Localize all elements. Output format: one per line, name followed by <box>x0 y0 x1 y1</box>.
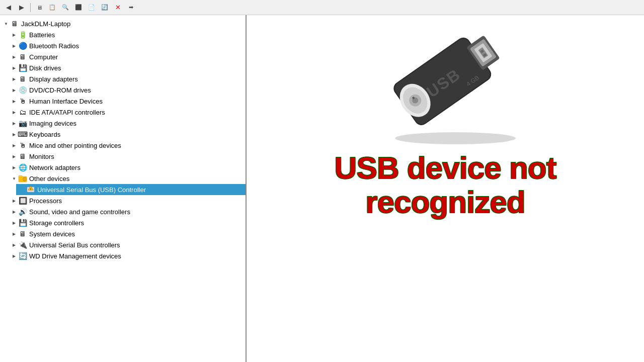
bluetooth-expand-btn[interactable] <box>10 42 18 50</box>
monitors-icon: 🖥 <box>18 152 27 161</box>
disk-expand-btn[interactable] <box>10 64 18 72</box>
monitors-label: Monitors <box>29 153 54 160</box>
tree-item-other[interactable]: ? Other devices <box>8 173 246 184</box>
tree-item-hid[interactable]: 🖱 Human Interface Devices <box>8 96 246 107</box>
storage-label: Storage controllers <box>29 219 84 227</box>
tree-root-item[interactable]: 🖥 JackDLM-Laptop <box>0 18 246 29</box>
tree-item-dvd[interactable]: 💿 DVD/CD-ROM drives <box>8 84 246 96</box>
toolbar-back-btn[interactable]: ◀ <box>3 2 14 13</box>
toolbar-btn-delete[interactable]: ✕ <box>112 2 123 13</box>
toolbar-btn-5[interactable]: 📄 <box>86 2 97 13</box>
dvd-label: DVD/CD-ROM drives <box>29 86 91 94</box>
sound-label: Sound, video and game controllers <box>29 208 130 216</box>
tree-item-storage[interactable]: 💾 Storage controllers <box>8 217 246 228</box>
toolbar-btn-4[interactable]: ⬛ <box>73 2 84 13</box>
processors-label: Processors <box>29 197 62 205</box>
tree-item-bluetooth[interactable]: 🔵 Bluetooth Radios <box>8 40 246 51</box>
mice-icon: 🖱 <box>18 141 27 150</box>
hid-icon: 🖱 <box>18 97 27 106</box>
ide-icon: 🗂 <box>18 108 27 117</box>
disk-icon: 💾 <box>18 63 27 72</box>
ide-label: IDE ATA/ATAPI controllers <box>29 109 105 116</box>
dvd-expand-btn[interactable] <box>10 86 18 94</box>
computer-label: Computer <box>29 53 58 61</box>
tree-item-computer[interactable]: 🖥 Computer <box>8 51 246 62</box>
error-message: USB device not recognized <box>335 151 556 219</box>
tree-item-imaging[interactable]: 📷 Imaging devices <box>8 118 246 129</box>
svg-point-7 <box>395 132 516 144</box>
tree-item-sound[interactable]: 🔊 Sound, video and game controllers <box>8 206 246 217</box>
tree-item-usb-ctrl[interactable]: ! Universal Serial Bus (USB) Controller <box>16 184 246 195</box>
error-line1: USB device not <box>335 151 556 185</box>
toolbar-btn-refresh[interactable]: 🔄 <box>99 2 110 13</box>
usb-image-area: USB 4 GB <box>252 25 639 146</box>
toolbar-sep-1 <box>30 3 31 12</box>
toolbar-btn-help[interactable]: ➡ <box>125 2 136 13</box>
dvd-icon: 💿 <box>18 85 27 95</box>
tree-item-display[interactable]: 🖥 Display adapters <box>8 73 246 84</box>
usb-expand-btn[interactable] <box>10 241 18 249</box>
tree-item-disk[interactable]: 💾 Disk drives <box>8 62 246 73</box>
bluetooth-icon: 🔵 <box>18 41 27 50</box>
toolbar-btn-2[interactable]: 📋 <box>47 2 58 13</box>
root-expand-btn[interactable] <box>2 20 10 28</box>
hid-label: Human Interface Devices <box>29 98 103 105</box>
sound-expand-btn[interactable] <box>10 208 18 216</box>
keyboards-expand-btn[interactable] <box>10 130 18 138</box>
usb-icon: 🔌 <box>18 240 27 249</box>
processors-icon: 🔲 <box>18 196 27 205</box>
sound-icon: 🔊 <box>18 207 27 216</box>
system-expand-btn[interactable] <box>10 230 18 238</box>
imaging-expand-btn[interactable] <box>10 119 18 127</box>
tree-item-keyboards[interactable]: ⌨ Keyboards <box>8 129 246 140</box>
usb-ctrl-label: Universal Serial Bus (USB) Controller <box>37 186 146 194</box>
network-expand-btn[interactable] <box>10 163 18 171</box>
processors-expand-btn[interactable] <box>10 197 18 205</box>
tree-item-batteries[interactable]: 🔋 Batteries <box>8 29 246 40</box>
tree-item-ide[interactable]: 🗂 IDE ATA/ATAPI controllers <box>8 107 246 118</box>
device-tree: 🖥 JackDLM-Laptop 🔋 Batteries 🔵 Bluetooth… <box>0 17 246 262</box>
keyboards-label: Keyboards <box>29 131 60 138</box>
toolbar-btn-3[interactable]: 🔍 <box>60 2 71 13</box>
keyboards-icon: ⌨ <box>18 130 27 139</box>
toolbar-btn-1[interactable]: 🖥 <box>34 2 45 13</box>
other-expand-btn[interactable] <box>10 174 18 183</box>
other-folder-icon: ? <box>18 174 27 183</box>
svg-text:!: ! <box>30 188 31 191</box>
toolbar-forward-btn[interactable]: ▶ <box>16 2 27 13</box>
hid-expand-btn[interactable] <box>10 97 18 105</box>
storage-icon: 💾 <box>18 218 27 227</box>
system-label: System devices <box>29 230 75 238</box>
other-label: Other devices <box>29 175 69 183</box>
ide-expand-btn[interactable] <box>10 108 18 116</box>
tree-item-mice[interactable]: 🖱 Mice and other pointing devices <box>8 140 246 151</box>
tree-item-system[interactable]: 🖥 System devices <box>8 228 246 239</box>
usb-ctrl-icon-wrap: ! <box>26 185 35 194</box>
display-expand-btn[interactable] <box>10 75 18 83</box>
imaging-label: Imaging devices <box>29 120 76 127</box>
tree-item-network[interactable]: 🌐 Network adapters <box>8 162 246 173</box>
batteries-icon: 🔋 <box>18 30 27 39</box>
tree-item-usb[interactable]: 🔌 Universal Serial Bus controllers <box>8 239 246 250</box>
error-line2: recognized <box>335 185 556 219</box>
toolbar: ◀ ▶ 🖥 📋 🔍 ⬛ 📄 🔄 ✕ ➡ <box>0 0 644 15</box>
imaging-icon: 📷 <box>18 119 27 128</box>
disk-label: Disk drives <box>29 64 61 72</box>
tree-item-monitors[interactable]: 🖥 Monitors <box>8 151 246 162</box>
right-panel: USB 4 GB <box>247 15 644 362</box>
bluetooth-label: Bluetooth Radios <box>29 42 79 50</box>
storage-expand-btn[interactable] <box>10 219 18 227</box>
computer-expand-btn[interactable] <box>10 53 18 61</box>
mice-label: Mice and other pointing devices <box>29 142 121 149</box>
svg-rect-1 <box>19 175 22 177</box>
tree-item-wd[interactable]: 🔄 WD Drive Management devices <box>8 250 246 261</box>
monitors-expand-btn[interactable] <box>10 152 18 160</box>
batteries-expand-btn[interactable] <box>10 31 18 39</box>
main-area: 🖥 JackDLM-Laptop 🔋 Batteries 🔵 Bluetooth… <box>0 15 644 362</box>
mice-expand-btn[interactable] <box>10 141 18 149</box>
wd-label: WD Drive Management devices <box>29 252 121 260</box>
tree-item-processors[interactable]: 🔲 Processors <box>8 195 246 206</box>
wd-expand-btn[interactable] <box>10 252 18 260</box>
device-tree-panel: 🖥 JackDLM-Laptop 🔋 Batteries 🔵 Bluetooth… <box>0 15 247 362</box>
batteries-label: Batteries <box>29 31 55 39</box>
